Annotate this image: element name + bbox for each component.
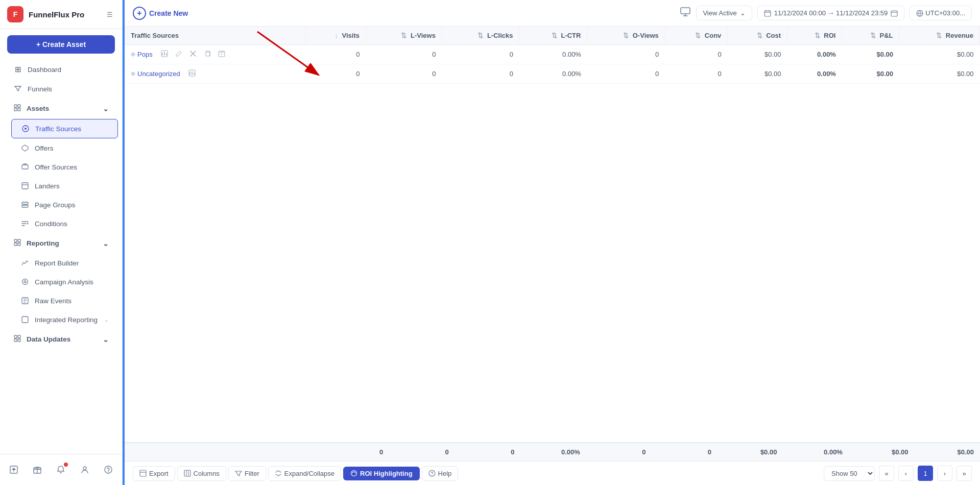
col-conv[interactable]: ⇅ Conv — [665, 27, 728, 45]
create-new-button[interactable]: + Create New — [133, 7, 188, 20]
row-conv: 0 — [665, 45, 728, 64]
row-copy-icon[interactable] — [202, 49, 213, 60]
sidebar-item-offer-sources[interactable]: Offer Sources — [11, 158, 118, 176]
notification-badge — [64, 463, 68, 467]
columns-button[interactable]: Columns — [177, 466, 226, 481]
timezone-button[interactable]: UTC+03:00... — [910, 6, 972, 20]
col-oviews[interactable]: ⇅ O-Views — [587, 27, 665, 45]
export-icon-btn[interactable] — [5, 460, 23, 479]
row-chart-icon[interactable] — [186, 68, 198, 79]
col-cost[interactable]: ⇅ Cost — [728, 27, 787, 45]
svg-rect-13 — [14, 239, 17, 242]
row-expand-btn[interactable]: ⊕ — [131, 51, 135, 58]
totals-label-cell — [125, 448, 324, 456]
main-content: + Create New View Active ⌄ 11/12/2024 00… — [125, 0, 980, 485]
table-row: ⊕ Uncategorized 0 0 0 0.00% 0 — [125, 64, 980, 84]
col-roi[interactable]: ⇅ ROI — [787, 27, 842, 45]
row-revenue: $0.00 — [899, 64, 980, 84]
sidebar-item-integrated-reporting[interactable]: Integrated Reporting ⌄ — [11, 310, 118, 329]
sidebar-item-campaign-analysis[interactable]: Campaign Analysis — [11, 273, 118, 291]
roi-highlighting-button[interactable]: ROI Highlighting — [343, 467, 420, 480]
sidebar-item-label: Offers — [35, 144, 54, 152]
svg-point-17 — [22, 279, 28, 285]
gift-icon-btn[interactable] — [28, 460, 46, 479]
toolbar-pagination: Show 50 Show 100 Show 200 « ‹ 1 › » — [824, 466, 972, 481]
row-delete-icon[interactable] — [187, 49, 199, 60]
sidebar-item-raw-events[interactable]: Raw Events — [11, 292, 118, 310]
col-lviews[interactable]: ⇅ L-Views — [366, 27, 442, 45]
sidebar-item-dashboard[interactable]: ⊞ Dashboard — [4, 60, 118, 79]
help-button[interactable]: Help — [422, 466, 459, 481]
notifications-icon-btn[interactable] — [52, 460, 70, 479]
row-cost: $0.00 — [728, 64, 787, 84]
sidebar-item-label: Page Groups — [35, 201, 76, 209]
monitor-icon[interactable] — [680, 6, 691, 20]
users-icon-btn[interactable] — [76, 460, 94, 479]
row-actions — [186, 68, 198, 79]
table-row: ⊕ Pops — [125, 45, 980, 64]
totals-conv: 0 — [652, 448, 718, 456]
row-archive-icon[interactable] — [216, 49, 227, 60]
roi-sort-icon: ⇅ — [815, 32, 820, 39]
page-next-button[interactable]: › — [937, 466, 952, 481]
expand-collapse-icon — [275, 470, 282, 477]
topbar-right: View Active ⌄ 11/12/2024 00:00 → 11/12/2… — [680, 6, 972, 20]
row-chart-icon[interactable] — [159, 49, 170, 60]
show-count-select[interactable]: Show 50 Show 100 Show 200 — [824, 466, 875, 481]
traffic-sources-table: Traffic Sources ↓ Visits ⇅ L-Views ⇅ L-C… — [125, 27, 980, 84]
page-current-button[interactable]: 1 — [918, 466, 933, 481]
sidebar-item-report-builder[interactable]: Report Builder — [11, 254, 118, 272]
sidebar-bottom-bar — [0, 454, 122, 485]
col-lclicks[interactable]: ⇅ L-Clicks — [442, 27, 519, 45]
assets-section-label: Assets — [27, 105, 49, 112]
totals-lctr: 0.00% — [520, 448, 586, 456]
page-first-button[interactable]: « — [879, 466, 894, 481]
col-revenue[interactable]: ⇅ Revenue — [899, 27, 980, 45]
svg-rect-59 — [184, 470, 190, 476]
col-traffic-sources[interactable]: Traffic Sources — [125, 27, 305, 45]
filter-button[interactable]: Filter — [228, 466, 266, 481]
row-name-cell: ⊕ Pops — [125, 45, 305, 64]
sidebar-item-traffic-sources[interactable]: Traffic Sources — [11, 119, 118, 138]
row-edit-icon[interactable] — [173, 49, 184, 60]
help-icon-btn[interactable] — [99, 460, 117, 479]
col-pl[interactable]: ⇅ P&L — [842, 27, 899, 45]
row-conv: 0 — [665, 64, 728, 84]
sidebar-item-page-groups[interactable]: Page Groups — [11, 196, 118, 214]
create-new-label: Create New — [149, 9, 188, 17]
campaign-analysis-icon — [20, 277, 30, 286]
row-lclicks: 0 — [442, 45, 519, 64]
page-last-button[interactable]: » — [957, 466, 972, 481]
totals-roi: 0.00% — [783, 448, 849, 456]
row-name-link[interactable]: Pops — [137, 51, 153, 58]
sidebar-toggle-icon[interactable]: ☰ — [105, 9, 115, 20]
export-button[interactable]: Export — [133, 466, 175, 481]
sidebar-section-assets[interactable]: Assets ⌄ — [4, 99, 118, 118]
col-visits[interactable]: ↓ Visits — [305, 27, 366, 45]
sidebar-section-data-updates[interactable]: Data Updates ⌄ — [4, 330, 118, 349]
col-lctr[interactable]: ⇅ L-CTR — [519, 27, 587, 45]
table-totals-row: 0 0 0 0.00% 0 0 $0.00 0.00% $0.00 $0.00 — [125, 442, 980, 461]
row-expand-btn[interactable]: ⊕ — [131, 70, 135, 77]
view-active-button[interactable]: View Active ⌄ — [696, 6, 752, 20]
conv-sort-icon: ⇅ — [695, 32, 701, 39]
sidebar-item-landers[interactable]: Landers — [11, 177, 118, 195]
row-cost: $0.00 — [728, 45, 787, 64]
svg-rect-39 — [891, 11, 897, 16]
create-asset-button[interactable]: + Create Asset — [7, 35, 115, 54]
sidebar-item-label: Integrated Reporting — [35, 316, 98, 324]
reporting-icon — [13, 238, 21, 248]
sidebar-section-reporting[interactable]: Reporting ⌄ — [4, 234, 118, 253]
sidebar-item-offers[interactable]: Offers — [11, 139, 118, 157]
sidebar-item-conditions[interactable]: Conditions — [11, 214, 118, 233]
row-name-link[interactable]: Uncategorized — [137, 70, 180, 78]
lclicks-sort-icon: ⇅ — [477, 32, 483, 39]
svg-point-62 — [351, 471, 357, 476]
expand-collapse-button[interactable]: Expand/Collapse — [268, 466, 341, 481]
date-range-button[interactable]: 11/12/2024 00:00 → 11/12/2024 23:59 — [757, 6, 905, 20]
sidebar-item-funnels[interactable]: Funnels — [4, 80, 118, 98]
table-area: Traffic Sources ↓ Visits ⇅ L-Views ⇅ L-C… — [125, 27, 980, 442]
data-updates-icon — [13, 334, 21, 344]
assets-icon — [13, 104, 21, 113]
page-prev-button[interactable]: ‹ — [898, 466, 914, 481]
